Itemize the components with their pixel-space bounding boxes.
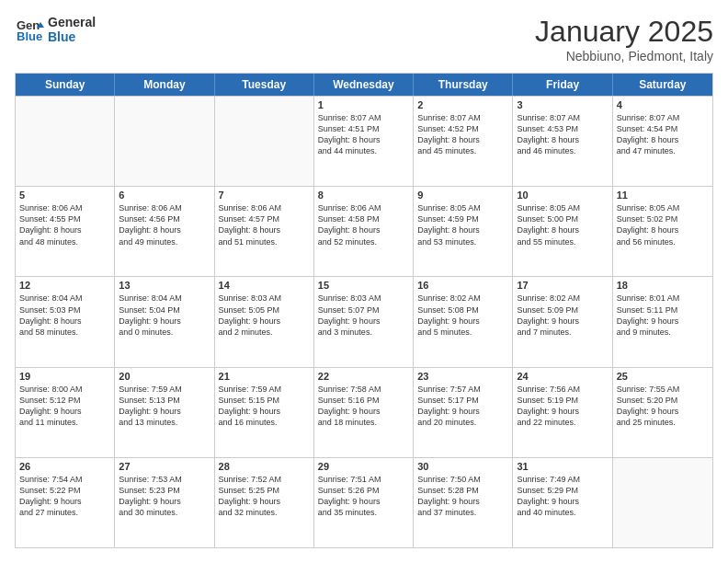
- cell-info: Sunrise: 8:06 AM Sunset: 4:55 PM Dayligh…: [19, 202, 110, 247]
- calendar-cell: 18Sunrise: 8:01 AM Sunset: 5:11 PM Dayli…: [613, 277, 712, 366]
- cell-info: Sunrise: 8:05 AM Sunset: 4:59 PM Dayligh…: [417, 202, 508, 247]
- day-number: 29: [318, 461, 409, 472]
- day-number: 11: [617, 190, 709, 201]
- day-number: 30: [417, 461, 508, 472]
- cell-info: Sunrise: 7:49 AM Sunset: 5:29 PM Dayligh…: [517, 474, 608, 519]
- day-number: 28: [219, 461, 310, 472]
- calendar-cell: [115, 97, 214, 186]
- calendar-cell: 9Sunrise: 8:05 AM Sunset: 4:59 PM Daylig…: [414, 187, 513, 276]
- day-number: 1: [318, 99, 409, 110]
- logo-icon: Gen Blue: [15, 15, 44, 44]
- cell-info: Sunrise: 7:56 AM Sunset: 5:19 PM Dayligh…: [517, 384, 608, 429]
- day-number: 27: [119, 461, 210, 472]
- day-number: 22: [318, 371, 409, 382]
- cell-info: Sunrise: 8:05 AM Sunset: 5:02 PM Dayligh…: [617, 202, 709, 247]
- calendar-body: 1Sunrise: 8:07 AM Sunset: 4:51 PM Daylig…: [16, 96, 712, 547]
- day-number: 25: [617, 371, 709, 382]
- day-number: 2: [417, 99, 508, 110]
- day-number: 26: [19, 461, 110, 472]
- calendar: SundayMondayTuesdayWednesdayThursdayFrid…: [15, 73, 713, 548]
- calendar-cell: 13Sunrise: 8:04 AM Sunset: 5:04 PM Dayli…: [115, 277, 214, 366]
- calendar-row: 1Sunrise: 8:07 AM Sunset: 4:51 PM Daylig…: [16, 96, 712, 186]
- day-number: 13: [119, 280, 210, 291]
- cell-info: Sunrise: 8:07 AM Sunset: 4:53 PM Dayligh…: [517, 112, 608, 157]
- cell-info: Sunrise: 8:03 AM Sunset: 5:05 PM Dayligh…: [219, 293, 310, 338]
- calendar-cell: 30Sunrise: 7:50 AM Sunset: 5:28 PM Dayli…: [414, 458, 513, 547]
- calendar-cell: [16, 97, 115, 186]
- cell-info: Sunrise: 8:06 AM Sunset: 4:57 PM Dayligh…: [219, 202, 310, 247]
- calendar-row: 12Sunrise: 8:04 AM Sunset: 5:03 PM Dayli…: [16, 276, 712, 366]
- cell-info: Sunrise: 8:07 AM Sunset: 4:52 PM Dayligh…: [417, 112, 508, 157]
- calendar-cell: 22Sunrise: 7:58 AM Sunset: 5:16 PM Dayli…: [314, 368, 414, 457]
- calendar-cell: 31Sunrise: 7:49 AM Sunset: 5:29 PM Dayli…: [513, 458, 612, 547]
- calendar-header: SundayMondayTuesdayWednesdayThursdayFrid…: [16, 74, 712, 96]
- day-number: 20: [119, 371, 210, 382]
- calendar-cell: 25Sunrise: 7:55 AM Sunset: 5:20 PM Dayli…: [613, 368, 712, 457]
- calendar-row: 5Sunrise: 8:06 AM Sunset: 4:55 PM Daylig…: [16, 186, 712, 276]
- calendar-cell: 23Sunrise: 7:57 AM Sunset: 5:17 PM Dayli…: [414, 368, 513, 457]
- day-header: Friday: [513, 74, 612, 96]
- calendar-cell: 19Sunrise: 8:00 AM Sunset: 5:12 PM Dayli…: [16, 368, 115, 457]
- day-number: 18: [617, 280, 709, 291]
- calendar-cell: 5Sunrise: 8:06 AM Sunset: 4:55 PM Daylig…: [16, 187, 115, 276]
- calendar-cell: 27Sunrise: 7:53 AM Sunset: 5:23 PM Dayli…: [115, 458, 214, 547]
- cell-info: Sunrise: 7:52 AM Sunset: 5:25 PM Dayligh…: [219, 474, 310, 519]
- cell-info: Sunrise: 8:07 AM Sunset: 4:51 PM Dayligh…: [318, 112, 409, 157]
- cell-info: Sunrise: 7:57 AM Sunset: 5:17 PM Dayligh…: [417, 384, 508, 429]
- day-number: 14: [219, 280, 310, 291]
- subtitle: Nebbiuno, Piedmont, Italy: [535, 49, 713, 63]
- calendar-row: 19Sunrise: 8:00 AM Sunset: 5:12 PM Dayli…: [16, 367, 712, 457]
- calendar-cell: 10Sunrise: 8:05 AM Sunset: 5:00 PM Dayli…: [513, 187, 612, 276]
- day-number: 23: [417, 371, 508, 382]
- month-title: January 2025: [535, 15, 713, 49]
- page: Gen Blue General Blue January 2025 Nebbi…: [0, 0, 728, 563]
- logo: Gen Blue General Blue: [15, 15, 96, 44]
- day-number: 21: [219, 371, 310, 382]
- calendar-cell: [215, 97, 314, 186]
- calendar-cell: 12Sunrise: 8:04 AM Sunset: 5:03 PM Dayli…: [16, 277, 115, 366]
- day-header: Thursday: [414, 74, 513, 96]
- cell-info: Sunrise: 7:59 AM Sunset: 5:13 PM Dayligh…: [119, 384, 210, 429]
- svg-text:Blue: Blue: [17, 29, 42, 43]
- day-header: Monday: [115, 74, 214, 96]
- cell-info: Sunrise: 7:55 AM Sunset: 5:20 PM Dayligh…: [617, 384, 709, 429]
- cell-info: Sunrise: 8:03 AM Sunset: 5:07 PM Dayligh…: [318, 293, 409, 338]
- day-number: 24: [517, 371, 608, 382]
- cell-info: Sunrise: 8:02 AM Sunset: 5:08 PM Dayligh…: [417, 293, 508, 338]
- header: Gen Blue General Blue January 2025 Nebbi…: [15, 15, 713, 63]
- calendar-cell: 26Sunrise: 7:54 AM Sunset: 5:22 PM Dayli…: [16, 458, 115, 547]
- calendar-cell: [613, 458, 712, 547]
- day-number: 15: [318, 280, 409, 291]
- calendar-cell: 4Sunrise: 8:07 AM Sunset: 4:54 PM Daylig…: [613, 97, 712, 186]
- calendar-cell: 11Sunrise: 8:05 AM Sunset: 5:02 PM Dayli…: [613, 187, 712, 276]
- calendar-cell: 14Sunrise: 8:03 AM Sunset: 5:05 PM Dayli…: [215, 277, 314, 366]
- cell-info: Sunrise: 8:06 AM Sunset: 4:58 PM Dayligh…: [318, 202, 409, 247]
- day-number: 3: [517, 99, 608, 110]
- day-number: 31: [517, 461, 608, 472]
- day-number: 4: [617, 99, 709, 110]
- calendar-cell: 21Sunrise: 7:59 AM Sunset: 5:15 PM Dayli…: [215, 368, 314, 457]
- day-number: 5: [19, 190, 110, 201]
- calendar-cell: 8Sunrise: 8:06 AM Sunset: 4:58 PM Daylig…: [314, 187, 414, 276]
- calendar-cell: 6Sunrise: 8:06 AM Sunset: 4:56 PM Daylig…: [115, 187, 214, 276]
- cell-info: Sunrise: 8:05 AM Sunset: 5:00 PM Dayligh…: [517, 202, 608, 247]
- calendar-cell: 15Sunrise: 8:03 AM Sunset: 5:07 PM Dayli…: [314, 277, 414, 366]
- day-number: 10: [517, 190, 608, 201]
- calendar-cell: 16Sunrise: 8:02 AM Sunset: 5:08 PM Dayli…: [414, 277, 513, 366]
- day-header: Saturday: [613, 74, 712, 96]
- day-number: 12: [19, 280, 110, 291]
- cell-info: Sunrise: 8:07 AM Sunset: 4:54 PM Dayligh…: [617, 112, 709, 157]
- day-number: 8: [318, 190, 409, 201]
- cell-info: Sunrise: 7:58 AM Sunset: 5:16 PM Dayligh…: [318, 384, 409, 429]
- cell-info: Sunrise: 7:59 AM Sunset: 5:15 PM Dayligh…: [219, 384, 310, 429]
- day-number: 7: [219, 190, 310, 201]
- cell-info: Sunrise: 7:50 AM Sunset: 5:28 PM Dayligh…: [417, 474, 508, 519]
- cell-info: Sunrise: 7:51 AM Sunset: 5:26 PM Dayligh…: [318, 474, 409, 519]
- cell-info: Sunrise: 8:06 AM Sunset: 4:56 PM Dayligh…: [119, 202, 210, 247]
- calendar-cell: 24Sunrise: 7:56 AM Sunset: 5:19 PM Dayli…: [513, 368, 612, 457]
- calendar-cell: 1Sunrise: 8:07 AM Sunset: 4:51 PM Daylig…: [314, 97, 414, 186]
- day-number: 6: [119, 190, 210, 201]
- calendar-cell: 7Sunrise: 8:06 AM Sunset: 4:57 PM Daylig…: [215, 187, 314, 276]
- cell-info: Sunrise: 8:02 AM Sunset: 5:09 PM Dayligh…: [517, 293, 608, 338]
- day-header: Sunday: [16, 74, 115, 96]
